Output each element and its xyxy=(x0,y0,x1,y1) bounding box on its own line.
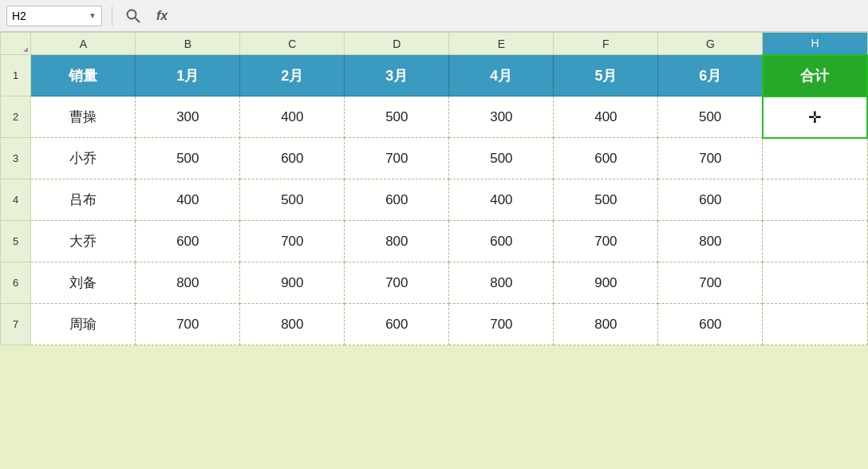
cell-d2[interactable]: 500 xyxy=(345,97,449,138)
cell-f2[interactable]: 400 xyxy=(554,97,658,138)
col-header-c[interactable]: C xyxy=(240,33,345,55)
header-cell-4yue[interactable]: 4月 xyxy=(449,55,554,97)
data-row-4: 4 吕布 400 500 600 400 500 600 xyxy=(1,179,868,221)
cell-f6[interactable]: 900 xyxy=(554,262,658,304)
cell-a7[interactable]: 周瑜 xyxy=(31,304,136,345)
fx-icon: fx xyxy=(151,6,173,26)
cell-f4[interactable]: 500 xyxy=(554,179,658,221)
cell-b4[interactable]: 400 xyxy=(136,179,240,221)
cell-g5[interactable]: 800 xyxy=(658,221,763,262)
cell-c5[interactable]: 700 xyxy=(240,221,345,262)
cell-e3[interactable]: 500 xyxy=(449,138,554,179)
name-box-value: H2 xyxy=(12,10,26,22)
cell-f5[interactable]: 700 xyxy=(554,221,658,262)
corner-cell xyxy=(1,33,31,55)
cell-a6[interactable]: 刘备 xyxy=(31,262,136,304)
row-num-4[interactable]: 4 xyxy=(1,179,31,221)
cell-g6[interactable]: 700 xyxy=(658,262,763,304)
cell-h5[interactable] xyxy=(763,221,867,262)
cell-c7[interactable]: 800 xyxy=(240,304,345,345)
header-cell-3yue[interactable]: 3月 xyxy=(345,55,449,97)
cell-g4[interactable]: 600 xyxy=(658,179,763,221)
data-row-5: 5 大乔 600 700 800 600 700 800 xyxy=(1,221,868,262)
cell-e6[interactable]: 800 xyxy=(449,262,554,304)
cell-h2[interactable]: ✛ xyxy=(763,97,867,138)
row-num-2[interactable]: 2 xyxy=(1,97,31,138)
col-header-f[interactable]: F xyxy=(554,33,658,55)
cell-d4[interactable]: 600 xyxy=(345,179,449,221)
cell-a4[interactable]: 吕布 xyxy=(31,179,136,221)
col-header-h[interactable]: H xyxy=(763,33,867,55)
cell-b7[interactable]: 700 xyxy=(136,304,240,345)
cell-c3[interactable]: 600 xyxy=(240,138,345,179)
col-header-b[interactable]: B xyxy=(136,33,240,55)
cell-g7[interactable]: 600 xyxy=(658,304,763,345)
spreadsheet-table: A B C D E F G H 1 销量 1月 2月 3月 4月 5月 6月 合… xyxy=(0,32,868,345)
chevron-down-icon: ▼ xyxy=(89,11,97,20)
row-num-6[interactable]: 6 xyxy=(1,262,31,304)
header-cell-2yue[interactable]: 2月 xyxy=(240,55,345,97)
data-row-2: 2 曹操 300 400 500 300 400 500 ✛ xyxy=(1,97,868,138)
svg-line-1 xyxy=(136,18,140,22)
col-header-g[interactable]: G xyxy=(658,33,763,55)
data-row-7: 7 周瑜 700 800 600 700 800 600 xyxy=(1,304,868,345)
cell-a2[interactable]: 曹操 xyxy=(31,97,136,138)
zoom-icon xyxy=(122,6,144,26)
row-num-3[interactable]: 3 xyxy=(1,138,31,179)
cell-c4[interactable]: 500 xyxy=(240,179,345,221)
formula-input[interactable] xyxy=(180,6,862,26)
cell-e5[interactable]: 600 xyxy=(449,221,554,262)
cell-d3[interactable]: 700 xyxy=(345,138,449,179)
cell-d6[interactable]: 700 xyxy=(345,262,449,304)
cell-e2[interactable]: 300 xyxy=(449,97,554,138)
header-cell-xiaoliang[interactable]: 销量 xyxy=(31,55,136,97)
spreadsheet: A B C D E F G H 1 销量 1月 2月 3月 4月 5月 6月 合… xyxy=(0,32,868,345)
cell-c2[interactable]: 400 xyxy=(240,97,345,138)
cursor-icon: ✛ xyxy=(808,108,822,126)
header-row: 1 销量 1月 2月 3月 4月 5月 6月 合计 xyxy=(1,55,868,97)
formula-bar-separator xyxy=(112,6,112,26)
cell-h6[interactable] xyxy=(763,262,867,304)
name-box[interactable]: H2 ▼ xyxy=(6,6,102,26)
header-cell-5yue[interactable]: 5月 xyxy=(554,55,658,97)
cell-b2[interactable]: 300 xyxy=(136,97,240,138)
col-header-d[interactable]: D xyxy=(345,33,449,55)
cell-h3[interactable] xyxy=(763,138,867,179)
header-cell-heji[interactable]: 合计 xyxy=(763,55,867,97)
row-num-5[interactable]: 5 xyxy=(1,221,31,262)
col-header-a[interactable]: A xyxy=(31,33,136,55)
cell-b5[interactable]: 600 xyxy=(136,221,240,262)
cell-g2[interactable]: 500 xyxy=(658,97,763,138)
row-num-1[interactable]: 1 xyxy=(1,55,31,97)
formula-bar: H2 ▼ fx xyxy=(0,0,868,32)
header-cell-1yue[interactable]: 1月 xyxy=(136,55,240,97)
cell-c6[interactable]: 900 xyxy=(240,262,345,304)
data-row-6: 6 刘备 800 900 700 800 900 700 xyxy=(1,262,868,304)
cell-g3[interactable]: 700 xyxy=(658,138,763,179)
cell-a5[interactable]: 大乔 xyxy=(31,221,136,262)
cell-e4[interactable]: 400 xyxy=(449,179,554,221)
cell-h4[interactable] xyxy=(763,179,867,221)
cell-a3[interactable]: 小乔 xyxy=(31,138,136,179)
cell-d7[interactable]: 600 xyxy=(345,304,449,345)
svg-point-0 xyxy=(128,10,136,18)
row-num-7[interactable]: 7 xyxy=(1,304,31,345)
cell-f7[interactable]: 800 xyxy=(554,304,658,345)
cell-b3[interactable]: 500 xyxy=(136,138,240,179)
cell-b6[interactable]: 800 xyxy=(136,262,240,304)
col-header-e[interactable]: E xyxy=(449,33,554,55)
cell-e7[interactable]: 700 xyxy=(449,304,554,345)
header-cell-6yue[interactable]: 6月 xyxy=(658,55,763,97)
data-row-3: 3 小乔 500 600 700 500 600 700 xyxy=(1,138,868,179)
cell-h7[interactable] xyxy=(763,304,867,345)
cell-d5[interactable]: 800 xyxy=(345,221,449,262)
cell-f3[interactable]: 600 xyxy=(554,138,658,179)
